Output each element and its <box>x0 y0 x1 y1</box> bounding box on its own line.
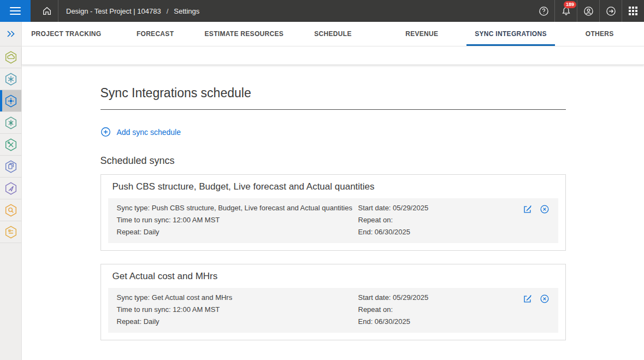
edit-icon <box>522 294 532 304</box>
detail-repeat-on: Repeat on: <box>358 304 515 316</box>
tab-estimate-resources[interactable]: ESTIMATE RESOURCES <box>199 22 288 46</box>
delete-schedule-button[interactable] <box>540 204 550 214</box>
sidebar-item-sync-hub[interactable] <box>0 90 21 112</box>
sync-card-title: Push CBS structure, Budget, Live forecas… <box>108 180 558 198</box>
explore-hexagon-icon <box>4 203 18 217</box>
content-area: Sync Integrations schedule Add sync sche… <box>22 65 644 360</box>
delete-schedule-button[interactable] <box>540 294 550 304</box>
tab-project-tracking[interactable]: PROJECT TRACKING <box>22 22 111 46</box>
analytics-hexagon-icon <box>4 116 18 130</box>
home-icon <box>42 6 52 16</box>
sync-card-details-panel: Sync type: Push CBS structure, Budget, L… <box>108 198 558 243</box>
add-sync-schedule-button[interactable]: Add sync schedule <box>101 127 181 137</box>
edit-schedule-button[interactable] <box>522 294 532 304</box>
notification-count-badge: 189 <box>564 1 576 8</box>
detail-end-date: End: 06/30/2025 <box>358 226 515 238</box>
account-icon <box>583 6 594 16</box>
sidebar-item-forms[interactable] <box>0 221 21 243</box>
detail-sync-type: Sync type: Get Actual cost and MHrs <box>117 292 358 304</box>
app-root: Design - Test Project | 104783 / Setting… <box>0 0 644 360</box>
hamburger-menu-button[interactable] <box>0 0 31 22</box>
sidebar-item-explore[interactable] <box>0 199 21 221</box>
plus-circle-icon <box>101 127 111 137</box>
body-row: PROJECT TRACKING FORECAST ESTIMATE RESOU… <box>0 22 644 360</box>
detail-end-date: End: 06/30/2025 <box>358 316 515 328</box>
documents-hexagon-icon <box>4 160 18 174</box>
detail-start-date: Start date: 05/29/2025 <box>358 202 515 214</box>
detail-start-date: Start date: 05/29/2025 <box>358 292 515 304</box>
sidebar-item-tools[interactable] <box>0 134 21 156</box>
sync-card-title: Get Actual cost and MHrs <box>108 269 558 288</box>
tab-sync-integrations[interactable]: SYNC INTEGRATIONS <box>466 22 556 46</box>
sync-card-details-panel: Sync type: Get Actual cost and MHrs Time… <box>108 288 558 333</box>
app-grid-button[interactable] <box>622 0 644 22</box>
secondary-toolbar <box>22 46 644 65</box>
sign-out-button[interactable] <box>600 0 622 22</box>
sidebar-item-cloud[interactable] <box>0 46 21 68</box>
tools-hexagon-icon <box>4 138 18 152</box>
sidebar-empty-area <box>0 243 21 360</box>
breadcrumb: Design - Test Project | 104783 / Setting… <box>58 0 207 22</box>
breadcrumb-separator: / <box>166 7 170 15</box>
cloud-hexagon-icon <box>4 50 18 64</box>
sidebar-item-connections[interactable] <box>0 68 21 90</box>
tab-bar: PROJECT TRACKING FORECAST ESTIMATE RESOU… <box>22 22 644 46</box>
edit-icon <box>522 204 532 214</box>
sidebar <box>0 22 22 360</box>
tab-others[interactable]: OTHERS <box>555 22 644 46</box>
tab-schedule[interactable]: SCHEDULE <box>288 22 377 46</box>
home-button[interactable] <box>36 0 58 22</box>
detail-repeat: Repeat: Daily <box>117 316 358 328</box>
detail-time-to-run: Time to run sync: 12:00 AM MST <box>117 214 358 226</box>
card-actions <box>515 202 550 214</box>
delete-circle-x-icon <box>540 204 550 214</box>
title-divider <box>101 109 566 110</box>
notifications-button[interactable]: 189 <box>555 0 577 22</box>
sidebar-expand-button[interactable] <box>0 22 21 46</box>
sync-card: Push CBS structure, Budget, Live forecas… <box>101 174 566 251</box>
plan-hexagon-icon <box>4 181 18 196</box>
section-title: Scheduled syncs <box>101 155 566 167</box>
card-actions <box>515 292 550 304</box>
topbar: Design - Test Project | 104783 / Setting… <box>0 0 644 22</box>
account-button[interactable] <box>577 0 599 22</box>
sync-hub-hexagon-icon <box>4 94 18 108</box>
details-left-column: Sync type: Push CBS structure, Budget, L… <box>117 202 358 238</box>
main-column: PROJECT TRACKING FORECAST ESTIMATE RESOU… <box>22 22 644 360</box>
app-grid-icon <box>628 6 638 16</box>
sign-out-icon <box>606 6 616 16</box>
topbar-spacer <box>207 0 533 22</box>
breadcrumb-page: Settings <box>174 7 199 15</box>
add-sync-schedule-label: Add sync schedule <box>117 128 181 137</box>
sidebar-item-analytics[interactable] <box>0 112 21 134</box>
breadcrumb-project[interactable]: Design - Test Project | 104783 <box>66 7 161 15</box>
details-right-column: Start date: 05/29/2025 Repeat on: End: 0… <box>358 202 515 238</box>
detail-sync-type: Sync type: Push CBS structure, Budget, L… <box>117 202 358 214</box>
edit-schedule-button[interactable] <box>522 204 532 214</box>
sync-card: Get Actual cost and MHrs Sync type: Get … <box>101 264 566 340</box>
sidebar-item-plan[interactable] <box>0 178 21 199</box>
double-chevron-right-icon <box>6 30 16 38</box>
detail-repeat-on: Repeat on: <box>358 214 515 226</box>
details-right-column: Start date: 05/29/2025 Repeat on: End: 0… <box>358 292 515 328</box>
hamburger-icon <box>10 7 21 8</box>
tab-revenue[interactable]: REVENUE <box>377 22 466 46</box>
sidebar-item-documents[interactable] <box>0 156 21 178</box>
tab-forecast[interactable]: FORECAST <box>111 22 200 46</box>
help-button[interactable] <box>533 0 554 22</box>
detail-repeat: Repeat: Daily <box>117 226 358 238</box>
details-left-column: Sync type: Get Actual cost and MHrs Time… <box>117 292 358 328</box>
delete-circle-x-icon <box>540 294 550 304</box>
detail-time-to-run: Time to run sync: 12:00 AM MST <box>117 304 358 316</box>
forms-hexagon-icon <box>4 225 18 239</box>
connections-hexagon-icon <box>4 72 18 86</box>
page-title: Sync Integrations schedule <box>101 86 566 101</box>
help-icon <box>539 6 549 16</box>
